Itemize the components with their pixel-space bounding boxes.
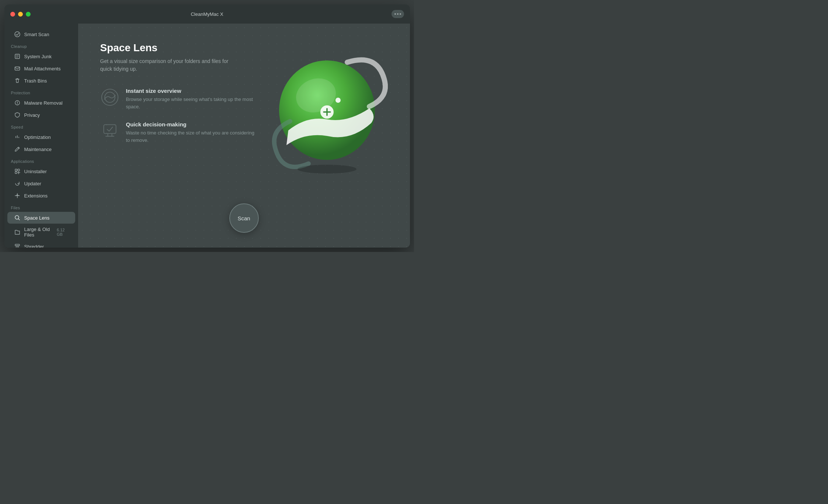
svg-rect-2 [15, 67, 20, 70]
feature-text-quick-decision: Quick decision-making Waste no time chec… [126, 121, 255, 144]
mail-attachments-label: Mail Attachments [24, 66, 61, 71]
maintenance-label: Maintenance [24, 147, 52, 152]
smart-scan-label: Smart Scan [24, 32, 49, 37]
svg-rect-11 [104, 125, 116, 133]
menu-dot [397, 13, 399, 15]
main-layout: Smart Scan Cleanup System Junk [4, 24, 410, 248]
feature-desc-quick-decision: Waste no time checking the size of what … [126, 129, 255, 144]
menu-dot [400, 13, 401, 15]
app-title: CleanMyMac X [191, 11, 223, 17]
feature-desc-instant-size: Browse your storage while seeing what's … [126, 96, 255, 110]
updater-label: Updater [24, 181, 41, 186]
section-files: Files [4, 202, 78, 211]
sidebar-item-trash-bins[interactable]: Trash Bins [7, 75, 75, 87]
instant-size-icon-wrap [100, 88, 119, 107]
shredder-label: Shredder [24, 244, 44, 248]
extensions-icon [14, 192, 21, 199]
section-applications: Applications [4, 155, 78, 165]
shredder-icon [14, 243, 21, 248]
sidebar-item-maintenance[interactable]: Maintenance [7, 143, 75, 155]
titlebar: CleanMyMac X [4, 4, 410, 24]
maximize-button[interactable] [26, 12, 31, 17]
section-speed: Speed [4, 121, 78, 131]
scan-button-container: Scan [229, 203, 259, 233]
system-junk-label: System Junk [24, 54, 52, 59]
instant-size-icon [101, 88, 119, 106]
sidebar-item-smart-scan[interactable]: Smart Scan [7, 28, 75, 40]
privacy-label: Privacy [24, 112, 40, 118]
page-subtitle: Get a visual size comparison of your fol… [100, 57, 240, 73]
section-cleanup: Cleanup [4, 41, 78, 50]
sidebar: Smart Scan Cleanup System Junk [4, 24, 78, 248]
sidebar-item-updater[interactable]: Updater [7, 178, 75, 189]
section-protection: Protection [4, 87, 78, 97]
sidebar-item-privacy[interactable]: Privacy [7, 109, 75, 121]
sidebar-item-extensions[interactable]: Extensions [7, 190, 75, 202]
svg-rect-5 [18, 169, 20, 171]
optimization-label: Optimization [24, 134, 51, 140]
sidebar-item-shredder[interactable]: Shredder [7, 241, 75, 248]
updater-icon [14, 180, 21, 187]
feature-item-quick-decision: Quick decision-making Waste no time chec… [100, 121, 255, 144]
menu-dot [394, 13, 396, 15]
feature-item-instant-size: Instant size overview Browse your storag… [100, 88, 255, 110]
maintenance-icon [14, 146, 21, 153]
page-title: Space Lens [100, 42, 410, 54]
sidebar-item-uninstaller[interactable]: Uninstaller [7, 165, 75, 177]
uninstaller-icon [14, 168, 21, 175]
mail-icon [14, 65, 21, 72]
trash-icon [14, 77, 21, 84]
traffic-lights [10, 12, 31, 17]
large-old-files-label: Large & Old Files [24, 227, 53, 238]
extensions-label: Extensions [24, 193, 48, 199]
sidebar-item-mail-attachments[interactable]: Mail Attachments [7, 63, 75, 74]
quick-decision-icon-wrap [100, 121, 119, 140]
feature-title-instant-size: Instant size overview [126, 88, 255, 94]
space-lens-label: Space Lens [24, 215, 50, 221]
quick-decision-icon [101, 122, 119, 140]
content-area: Space Lens Get a visual size comparison … [78, 24, 410, 248]
feature-text-instant-size: Instant size overview Browse your storag… [126, 88, 255, 110]
large-old-files-icon [14, 229, 21, 235]
sidebar-item-system-junk[interactable]: System Junk [7, 50, 75, 62]
feature-title-quick-decision: Quick decision-making [126, 121, 255, 127]
app-window: CleanMyMac X Smart Scan Cleanup [4, 4, 410, 248]
sidebar-item-space-lens[interactable]: Space Lens [7, 212, 75, 224]
sidebar-item-optimization[interactable]: Optimization [7, 131, 75, 143]
privacy-icon [14, 112, 21, 118]
trash-bins-label: Trash Bins [24, 78, 47, 84]
menu-button[interactable] [392, 10, 404, 18]
scan-button[interactable]: Scan [229, 203, 259, 233]
feature-list: Instant size overview Browse your storag… [100, 88, 410, 144]
svg-rect-6 [15, 172, 17, 174]
sidebar-item-malware-removal[interactable]: Malware Removal [7, 97, 75, 109]
svg-point-0 [15, 32, 20, 37]
close-button[interactable] [10, 12, 15, 17]
smart-scan-icon [14, 31, 21, 38]
optimization-icon [14, 134, 21, 140]
malware-icon [14, 99, 21, 106]
system-junk-icon [14, 53, 21, 60]
svg-rect-4 [15, 169, 17, 171]
space-lens-icon [14, 214, 21, 221]
malware-removal-label: Malware Removal [24, 100, 63, 106]
minimize-button[interactable] [18, 12, 23, 17]
sidebar-item-large-old-files[interactable]: Large & Old Files 6.12 GB [7, 224, 75, 240]
uninstaller-label: Uninstaller [24, 169, 47, 174]
large-old-files-badge: 6.12 GB [57, 228, 69, 237]
